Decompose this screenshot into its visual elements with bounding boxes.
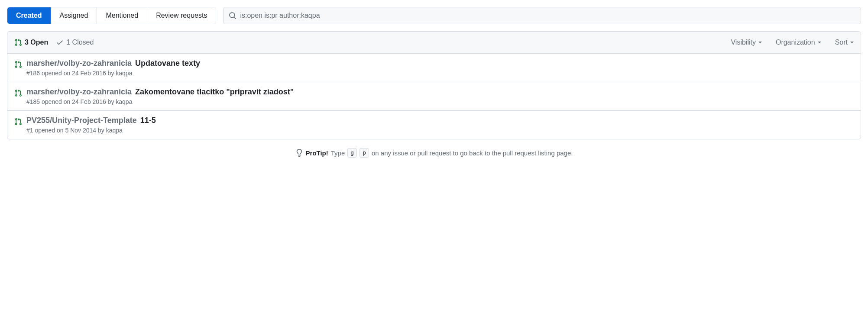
tab-review-requests[interactable]: Review requests	[147, 7, 216, 24]
list-header: 3 Open 1 Closed Visibility Organization …	[7, 32, 861, 54]
protip-text-after: on any issue or pull request to go back …	[372, 149, 573, 157]
list-item: marsher/volby-zo-zahranicia Zakomentovan…	[7, 82, 861, 111]
pr-list-box: 3 Open 1 Closed Visibility Organization …	[7, 31, 861, 139]
filter-menus: Visibility Organization Sort	[731, 39, 854, 46]
filter-organization-label: Organization	[776, 39, 815, 46]
git-pull-request-icon	[14, 61, 22, 68]
state-toggle: 3 Open 1 Closed	[14, 39, 94, 46]
author-link[interactable]: kaqpa	[116, 98, 132, 105]
closed-toggle[interactable]: 1 Closed	[56, 39, 94, 46]
tab-mentioned[interactable]: Mentioned	[97, 7, 147, 24]
pr-meta: #1 opened on 5 Nov 2014 by kaqpa	[26, 127, 854, 134]
open-toggle[interactable]: 3 Open	[14, 39, 48, 46]
search-icon	[229, 12, 236, 19]
pr-meta-text: #185 opened on 24 Feb 2016 by	[26, 98, 116, 105]
list-item: marsher/volby-zo-zahranicia Updatovane t…	[7, 54, 861, 82]
protip-label: ProTip!	[306, 149, 328, 157]
filter-sort-label: Sort	[835, 39, 848, 46]
list-item: PV255/Unity-Project-Template 11-5 #1 ope…	[7, 111, 861, 139]
check-icon	[56, 39, 64, 46]
closed-count-label: 1 Closed	[66, 39, 94, 46]
author-link[interactable]: kaqpa	[116, 70, 132, 77]
git-pull-request-icon	[14, 118, 22, 126]
search-field-container	[223, 7, 861, 24]
filter-tabs: Created Assigned Mentioned Review reques…	[7, 7, 216, 24]
filter-sort[interactable]: Sort	[835, 39, 854, 46]
filter-organization[interactable]: Organization	[776, 39, 821, 46]
author-link[interactable]: kaqpa	[106, 127, 123, 134]
pr-meta-text: #186 opened on 24 Feb 2016 by	[26, 70, 116, 77]
repo-link[interactable]: marsher/volby-zo-zahranicia	[26, 87, 132, 97]
tab-assigned[interactable]: Assigned	[51, 7, 97, 24]
repo-link[interactable]: PV255/Unity-Project-Template	[26, 116, 137, 125]
pr-meta: #185 opened on 24 Feb 2016 by kaqpa	[26, 98, 854, 105]
chevron-down-icon	[850, 42, 854, 43]
pr-title-link[interactable]: Zakomentovane tlacitko "pripravit ziados…	[135, 87, 294, 97]
pr-meta-text: #1 opened on 5 Nov 2014 by	[26, 127, 106, 134]
protip: ProTip! Type g p on any issue or pull re…	[7, 148, 861, 158]
search-input[interactable]	[236, 7, 855, 24]
light-bulb-icon	[295, 149, 303, 157]
kbd-g: g	[347, 148, 357, 158]
tab-created[interactable]: Created	[7, 7, 51, 24]
filter-visibility-label: Visibility	[731, 39, 756, 46]
git-pull-request-icon	[14, 89, 22, 97]
pr-title-link[interactable]: 11-5	[140, 116, 156, 125]
chevron-down-icon	[818, 42, 821, 43]
chevron-down-icon	[758, 42, 762, 43]
filter-visibility[interactable]: Visibility	[731, 39, 762, 46]
protip-text-before: Type	[331, 149, 345, 157]
pr-meta: #186 opened on 24 Feb 2016 by kaqpa	[26, 70, 854, 77]
kbd-p: p	[360, 148, 369, 158]
pr-title-link[interactable]: Updatovane texty	[135, 59, 200, 68]
git-pull-request-icon	[14, 39, 22, 46]
repo-link[interactable]: marsher/volby-zo-zahranicia	[26, 59, 132, 68]
open-count-label: 3 Open	[25, 39, 48, 46]
